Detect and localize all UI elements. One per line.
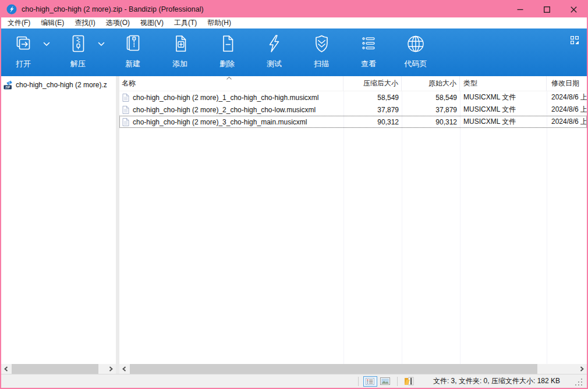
new-archive-button-label: 新建: [125, 59, 140, 69]
menu-options[interactable]: 选项(O): [101, 17, 135, 28]
extract-button[interactable]: 解压: [61, 33, 95, 72]
archive-tree: ZIP cho-high_cho-high (2 more).z: [1, 76, 116, 364]
view-list-button-label: 查看: [361, 59, 376, 69]
scan-malware-button[interactable]: 扫描: [304, 33, 338, 72]
column-header-packed-size[interactable]: 压缩后大小: [343, 76, 402, 91]
test-archive-icon: [263, 33, 286, 56]
layout-grid-icon[interactable]: [571, 36, 579, 45]
file-name: cho-high_cho-high (2 more)_3_cho-high_ma…: [133, 118, 307, 126]
codepage-button[interactable]: 代码页: [399, 33, 433, 72]
add-files-button-label: 添加: [172, 59, 187, 69]
preview-button[interactable]: [378, 376, 392, 387]
tree-hscrollbar[interactable]: [1, 364, 116, 374]
scroll-right-icon: [580, 366, 584, 372]
file-type: MUSICXML 文件: [460, 117, 547, 127]
view-list-icon: [357, 33, 380, 56]
list-header: 名称 压缩后大小 原始大小 类型 修改日期: [119, 76, 587, 91]
file-original-size: 58,549: [402, 94, 460, 102]
window-title: cho-high_cho-high (2 more).zip - Bandizi…: [22, 5, 506, 13]
bandizip-logo-icon: [6, 4, 17, 15]
list-hscrollbar[interactable]: [119, 364, 587, 374]
scroll-left-icon: [122, 366, 126, 372]
scan-malware-button-label: 扫描: [314, 59, 329, 69]
maximize-button[interactable]: [533, 1, 560, 17]
menu-view[interactable]: 视图(V): [135, 17, 169, 28]
document-icon: [122, 118, 129, 126]
menu-find[interactable]: 查找(I): [69, 17, 100, 28]
tree-item-archive[interactable]: ZIP cho-high_cho-high (2 more).z: [1, 78, 116, 91]
file-packed-size: 90,312: [343, 118, 402, 126]
file-original-size: 90,312: [402, 118, 460, 126]
zip-file-icon: ZIP: [3, 80, 13, 90]
menu-help[interactable]: 帮助(H): [202, 17, 236, 28]
tree-scroll-left-button[interactable]: [1, 364, 11, 374]
open-dropdown-button[interactable]: [40, 33, 53, 56]
list-scroll-thumb[interactable]: [130, 364, 537, 374]
open-folder-icon: [404, 377, 415, 386]
chevron-down-icon: [43, 42, 50, 47]
tree-scroll-right-button[interactable]: [106, 364, 116, 374]
extract-dropdown-button[interactable]: [95, 33, 108, 56]
tree-scroll-thumb[interactable]: [12, 364, 98, 374]
list-body: cho-high_cho-high (2 more)_1_cho-high_ch…: [119, 91, 587, 364]
view-list-button[interactable]: 查看: [352, 33, 385, 72]
delete-files-button[interactable]: 删除: [210, 33, 244, 72]
minimize-button[interactable]: [506, 1, 533, 17]
add-files-icon: [168, 33, 192, 56]
bandizip-window: cho-high_cho-high (2 more).zip - Bandizi…: [0, 0, 588, 389]
extract-button-label: 解压: [70, 59, 86, 69]
codepage-button-label: 代码页: [405, 59, 427, 69]
menu-file[interactable]: 文件(F): [2, 17, 36, 28]
file-type: MUSICXML 文件: [460, 92, 547, 102]
statusbar-divider: [397, 377, 398, 386]
test-archive-button[interactable]: 测试: [257, 33, 291, 72]
details-view-button[interactable]: [363, 376, 377, 387]
maximize-icon: [544, 6, 550, 13]
menubar: 文件(F) 编辑(E) 查找(I) 选项(O) 视图(V) 工具(T) 帮助(H…: [1, 17, 587, 28]
new-archive-button[interactable]: 新建: [116, 33, 150, 72]
list-scroll-right-button[interactable]: [577, 364, 587, 374]
scan-malware-icon: [310, 33, 333, 56]
table-row[interactable]: cho-high_cho-high (2 more)_2_cho-high_ch…: [119, 104, 587, 116]
tree-scroll-track[interactable]: [11, 364, 106, 374]
codepage-globe-icon: [404, 33, 427, 56]
extract-icon: [66, 33, 90, 56]
file-original-size: 37,879: [402, 106, 460, 114]
menu-edit[interactable]: 编辑(E): [36, 17, 69, 28]
column-header-modified-date[interactable]: 修改日期: [547, 76, 587, 91]
preview-icon: [380, 377, 390, 385]
status-summary: 文件: 3, 文件夹: 0, 压缩文件大小: 182 KB: [433, 376, 560, 386]
minimize-icon: [517, 6, 523, 13]
file-list-panel: 名称 压缩后大小 原始大小 类型 修改日期: [119, 76, 587, 374]
close-button[interactable]: [560, 1, 587, 17]
list-scroll-left-button[interactable]: [119, 364, 129, 374]
file-packed-size: 37,879: [343, 106, 402, 114]
document-icon: [122, 94, 129, 102]
resize-grip[interactable]: [575, 379, 583, 387]
table-row[interactable]: cho-high_cho-high (2 more)_1_cho-high_ch…: [119, 91, 587, 104]
scroll-right-icon: [109, 366, 113, 372]
statusbar-divider: [358, 377, 359, 386]
column-divider: [402, 91, 402, 364]
svg-text:ZIP: ZIP: [5, 85, 10, 89]
toolbar: 打开 解压: [1, 28, 587, 76]
menu-tools[interactable]: 工具(T): [169, 17, 202, 28]
table-row-focused[interactable]: cho-high_cho-high (2 more)_3_cho-high_ma…: [119, 116, 587, 128]
column-header-type[interactable]: 类型: [460, 76, 547, 91]
titlebar[interactable]: cho-high_cho-high (2 more).zip - Bandizi…: [1, 1, 587, 17]
statusbar: 文件: 3, 文件夹: 0, 压缩文件大小: 182 KB: [1, 374, 587, 388]
new-archive-icon: [121, 33, 144, 56]
list-scroll-track[interactable]: [129, 364, 577, 374]
file-name: cho-high_cho-high (2 more)_1_cho-high_ch…: [133, 94, 319, 102]
details-view-icon: [366, 378, 374, 385]
close-icon: [571, 6, 577, 13]
delete-files-button-label: 删除: [219, 59, 235, 69]
column-header-original-size[interactable]: 原始大小: [402, 76, 460, 91]
open-folder-button[interactable]: [402, 376, 416, 387]
file-type: MUSICXML 文件: [460, 105, 547, 115]
open-button[interactable]: 打开: [6, 33, 40, 72]
add-files-button[interactable]: 添加: [163, 33, 197, 72]
open-button-label: 打开: [16, 59, 31, 69]
chevron-down-icon: [98, 42, 105, 47]
file-packed-size: 58,549: [343, 94, 402, 102]
